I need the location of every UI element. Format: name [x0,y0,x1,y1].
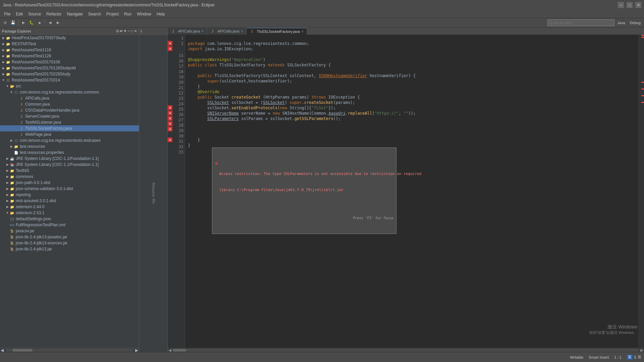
menu-navigate[interactable]: Navigate [64,11,85,17]
tree-item-jsonschema[interactable]: ▶ 📁 json-schema-validator-3.0.1-dist [0,186,139,192]
collapse-all-icon[interactable]: ⊟ [116,29,119,33]
menu-project[interactable]: Project [104,11,121,17]
tree-item-rat1128[interactable]: ▶ 📁 RestAssuredTest1128 [0,53,139,59]
tree-item-rat0314[interactable]: ▼ ⊡ RestAssuredTest20170314 [0,77,139,83]
pe-menu-icon[interactable]: ▼ [123,29,127,33]
close-button[interactable]: ✕ [635,2,641,8]
tree-item-restassured[interactable]: ▶ 📁 rest-assured-3.0.1-dist [0,198,139,204]
tree-item-selenium244[interactable]: ▶ 📁 selenium-2.44.0 [0,204,139,210]
tree-item-csvdataprovider[interactable]: J CSVDataProviderHandler.java [0,107,139,113]
tree-item-rat0228[interactable]: ▶ 📁 RestAssuredTest20170228Study [0,71,139,77]
tree-item-fullregression[interactable]: </> FullRegressionTestPlan.xml [0,222,139,228]
hscroll-right-icon[interactable]: ▶ [640,348,644,353]
java-tab-icon: J [249,29,255,34]
tree-item-testng[interactable]: ▶ 📁 TestNG [0,168,139,174]
tree-item-restapitest[interactable]: ▶ 📁 RESTAPITest [0,41,139,47]
tree-arrow: ▼ [9,90,13,94]
tree-item-package-testcases[interactable]: ▶ ⬡ com.lenovo.ccg.lce.regressiontests.t… [0,137,139,143]
tree-item-jsonlib-javadoc[interactable]: 🗜 json-lib-2.4-jdk13-javadoc.jar [0,234,139,240]
debug-perspective-button[interactable]: Debug [628,20,643,25]
java-perspective-button[interactable]: Java [615,20,627,25]
tab-apicalls-1[interactable]: J APICalls.java ✕ [168,28,207,35]
tree-item-src[interactable]: ▼ 📂 src [0,83,139,89]
package-explorer-content[interactable]: ▶ 📁 HeadFirstJava20170307Study ▶ 📁 RESTA… [0,35,139,348]
tab-close-icon[interactable]: ✕ [241,29,244,33]
quick-access-input[interactable] [547,19,614,26]
src-icon: 📂 [9,83,15,89]
menu-help[interactable]: Help [154,11,168,17]
link-with-editor-icon[interactable]: ⇄ [120,29,122,33]
tree-item-testresourcesprops[interactable]: 📄 test.resources.properties [0,149,139,156]
pe-header-icons[interactable]: ⊟ ⇄ ▼ ─ □ ✕ [116,29,137,33]
tree-item-jsonpath[interactable]: ▶ 📁 json-path-3.0.1-dist [0,180,139,186]
maximize-panel-icon[interactable]: □ [131,29,133,33]
xml-icon: </> [9,222,15,228]
menu-edit[interactable]: Edit [13,11,25,17]
save-button[interactable]: 💾 [9,19,17,26]
tree-item-tlssslsocketfactory[interactable]: J TlsSSLSocketFactory.java [0,125,139,131]
tree-item-testresources[interactable]: ▶ 📁 test.resources [0,143,139,149]
tree-label: test.resources.properties [20,150,64,155]
tree-label: TestNG [16,168,29,173]
tab-tlssslsocketfactory[interactable]: J TlsSSLSocketFactory.java ✕ [247,28,307,35]
tab-apicalls-2[interactable]: J APICalls.java ✕ [207,28,246,35]
folder-icon: 📁 [9,180,15,185]
menu-search[interactable]: Search [86,11,104,17]
hscrollbar-thumb[interactable] [173,349,186,352]
tree-item-package-common[interactable]: ▼ ⬡ com.lenovo.ccg.lce.regressiontests.c… [0,89,139,95]
tree-item-jsonlib-sources[interactable]: 🗜 json-lib-2.4-jdk13-sources.jar [0,240,139,246]
scroll-left[interactable]: ◀ [0,348,4,353]
menu-source[interactable]: Source [25,11,44,17]
json-icon: { } [9,216,15,222]
editor-hscrollbar[interactable]: ◀ ▶ [168,348,644,352]
tree-item-javacsv[interactable]: 🗜 javacsv.jar [0,228,139,234]
tree-item-servercrawler[interactable]: J ServerCrawler.java [0,113,139,119]
hscrollbar-track [173,349,639,352]
minimize-panel-icon[interactable]: ─ [128,29,130,33]
window-controls[interactable]: ─ □ ✕ [618,2,641,8]
tree-item-testnglistener[interactable]: J TestNGListener.java [0,119,139,125]
menu-file[interactable]: File [1,11,13,17]
tree-item-common[interactable]: J Common.java [0,101,139,107]
tree-item-rat0126[interactable]: ▶ 📁 RestAssuredTest20170126Studyold [0,65,139,71]
close-panel-icon[interactable]: ✕ [134,29,137,33]
tree-item-selenium253[interactable]: ▼ 📂 selenium-2.53.1 [0,210,139,216]
stop-button[interactable]: ■ [36,19,43,26]
tree-label: TlsSSLSocketFactory.java [25,126,72,131]
scroll-right[interactable]: ▶ [135,348,139,353]
tree-item-rat1116[interactable]: ▶ 📁 RestAssuredTest1116 [0,47,139,53]
tree-item-defaultsettings[interactable]: { } defaultSettings.json [0,216,139,222]
tab-close-icon[interactable]: ✕ [301,30,304,33]
tree-item-reportng[interactable]: ▶ 📁 reportng [0,192,139,198]
code-content[interactable]: package com.lenovo.ccg.lce.regressiontes… [185,35,639,348]
minimize-button[interactable]: ─ [618,2,624,8]
tree-item-jsonlib[interactable]: 🗜 json-lib-2.4-jdk13.jar [0,246,139,252]
tab-label: APICalls.java [217,29,239,33]
menu-refactor[interactable]: Refactor [44,11,64,17]
tree-arrow: ▶ [9,139,13,142]
menu-window[interactable]: Window [134,11,154,17]
tree-item-webpage[interactable]: J WebPage.java [0,131,139,137]
pe-scrollbar[interactable]: ◀ ▶ [0,348,139,352]
tab-close-icon[interactable]: ✕ [201,29,204,33]
back-button[interactable]: ◀ [46,19,54,26]
debug-button[interactable]: 🐛 [28,19,35,26]
maximize-button[interactable]: □ [627,2,633,8]
menu-run[interactable]: Run [121,11,134,17]
code-line-24: SSLSocket sslSocket = (SSLSocket) super.… [188,100,355,105]
code-editor[interactable]: ✕ ✕ ✕ ✕ ✕ ✕ ✕ ✕ 1 2 ... 15 16 17 18 19 [168,35,644,348]
middle-panel-content: Resource '/Re [139,35,167,352]
hscroll-left-icon[interactable]: ◀ [168,348,172,353]
tree-item-apicalls[interactable]: J APICalls.java [0,95,139,101]
new-button[interactable]: ⊕ [1,19,9,26]
editor-scrollbar-gutter[interactable] [639,35,644,348]
tree-item-reflibrary[interactable]: ▶ 📚 JRE System Library [CDC-1.1/Foundati… [0,162,139,168]
tree-item-jre[interactable]: ▶ ☕ JRE System Library [CDC-1.1/Foundati… [0,156,139,162]
forward-button[interactable]: ▶ [54,19,62,26]
tree-item-headfirst[interactable]: ▶ 📁 HeadFirstJava20170307Study [0,35,139,41]
scrollbar-thumb[interactable] [12,349,33,352]
run-button[interactable]: ▶ [20,19,27,26]
tree-item-rat0106[interactable]: ▶ 📁 RestAssuredTest20170106 [0,59,139,65]
tree-item-commons[interactable]: ▶ 📁 commons [0,174,139,180]
title-bar: Java - RestAssuredTest20170314/src/com/l… [0,0,644,10]
